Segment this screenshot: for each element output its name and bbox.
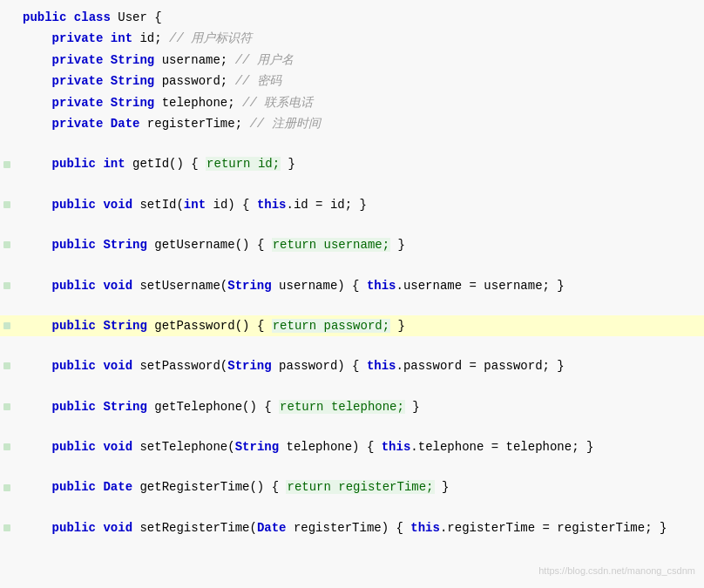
comment-token: // 密码 [235,74,281,88]
plain-token: } [390,238,405,252]
keyword-token: public [52,521,96,535]
keyword-token: String [111,53,154,67]
keyword-token: void [103,359,132,373]
code-line [0,256,704,275]
keyword-token: String [103,319,146,333]
plain-token: .registerTime = registerTime; } [440,521,667,535]
line-code-content: public class User { [16,8,704,27]
plain-token: setRegisterTime( [132,521,257,535]
line-code-content: public void setRegisterTime(Date registe… [16,518,704,537]
line-indicator [3,241,10,248]
line-gutter [0,282,16,289]
code-line: private String username; // 用户名 [0,50,704,71]
line-code-content: public String getPassword() { return pas… [16,316,704,335]
code-line: public String getUsername() { return use… [0,234,704,255]
line-code-content: private int id; // 用户标识符 [16,29,704,48]
keyword-token: public [52,238,96,252]
line-gutter [0,161,16,168]
code-line: public void setTelephone(String telephon… [0,436,704,457]
keyword-token: class [74,10,111,24]
plain-token: registerTime; [139,117,249,131]
comment-token: // 用户标识符 [169,31,252,45]
line-gutter [0,201,16,208]
plain-token [103,53,110,67]
code-line: public Date getRegisterTime() { return r… [0,476,704,497]
plain-token: getId() { [125,157,206,171]
line-indicator [3,443,10,450]
plain-token: password; [154,74,234,88]
plain-token: username) { [272,279,367,293]
return-statement-token: return password; [272,319,390,333]
code-line: public class User { [0,7,704,28]
keyword-token: private [52,96,104,110]
keyword-token: public [52,400,96,414]
plain-token: User { [111,10,162,24]
line-gutter [0,322,16,329]
line-code-content: public int getId() { return id; } [16,154,704,173]
line-code-content: public Date getRegisterTime() { return r… [16,477,704,497]
code-line: public String getTelephone() { return te… [0,396,704,417]
this-keyword-token: this [367,279,396,293]
line-indicator [3,362,10,369]
code-line [0,175,704,194]
line-indicator [3,524,10,531]
code-line [0,134,704,153]
code-line: private Date registerTime; // 注册时间 [0,113,704,134]
return-statement-token: return id; [206,157,281,171]
plain-token: registerTime) { [286,521,410,535]
code-line: public void setPassword(String password)… [0,355,704,376]
code-line: private String password; // 密码 [0,71,704,91]
keyword-token: public [52,480,96,494]
plain-token: setPassword( [132,359,227,373]
code-line [0,336,704,355]
code-line: public void setRegisterTime(Date registe… [0,517,704,538]
plain-token [66,10,73,24]
code-line [0,215,704,234]
comment-token: // 注册时间 [249,117,320,131]
keyword-token: String [227,279,271,293]
line-indicator [3,282,10,289]
line-code-content: public void setId(int id) { this.id = id… [16,195,704,214]
line-code-content: public String getTelephone() { return te… [16,397,704,416]
code-viewer: public class User { private int id; // 用… [0,0,704,588]
return-statement-token: return registerTime; [286,480,434,494]
keyword-token: void [103,521,132,535]
line-code-content: private String password; // 密码 [16,71,704,91]
code-line [0,457,704,476]
line-gutter [0,362,16,369]
line-indicator [3,161,10,168]
line-gutter [0,443,16,450]
plain-token: id) { [206,198,257,212]
keyword-token: private [52,74,104,88]
keyword-token: String [103,238,146,252]
plain-token: setTelephone( [132,440,235,454]
keyword-token: public [52,359,96,373]
plain-token [103,31,110,45]
line-code-content: private String username; // 用户名 [16,51,704,70]
keyword-token: String [235,440,279,454]
line-code-content: public void setUsername(String username)… [16,276,704,295]
plain-token: username; [154,53,234,67]
code-line: public void setId(int id) { this.id = id… [0,194,704,215]
code-line [0,498,704,517]
code-line: private int id; // 用户标识符 [0,28,704,49]
return-statement-token: return username; [272,238,390,252]
plain-token [103,117,110,131]
plain-token: getRegisterTime() { [132,480,286,494]
keyword-token: int [103,157,125,171]
line-indicator [3,322,10,329]
code-line: public int getId() { return id; } [0,153,704,174]
keyword-token: public [52,157,96,171]
line-code-content: public void setPassword(String password)… [16,356,704,375]
keyword-token: Date [257,521,287,535]
plain-token: .password = password; } [396,359,565,373]
comment-token: // 联系电话 [242,96,313,110]
line-code-content: private Date registerTime; // 注册时间 [16,114,704,133]
keyword-token: private [52,31,104,45]
this-keyword-token: this [257,198,287,212]
keyword-token: private [52,117,104,131]
line-code-content: public String getUsername() { return use… [16,235,704,254]
watermark: https://blog.csdn.net/manong_csdnm [538,564,695,579]
line-gutter [0,241,16,248]
keyword-token: String [103,400,146,414]
